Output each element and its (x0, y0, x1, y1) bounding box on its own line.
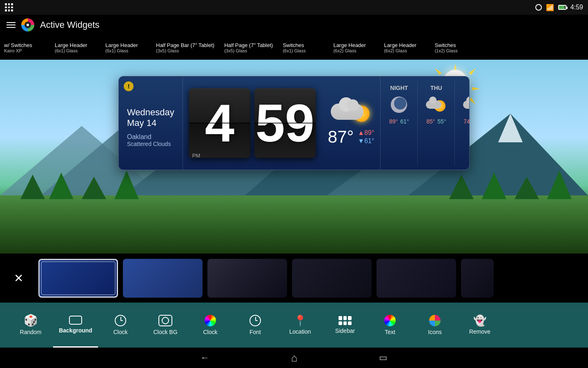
toolbar-background[interactable]: Background (53, 303, 98, 348)
toolbar-random[interactable]: 🎲 Random (8, 303, 53, 348)
status-left (5, 3, 13, 11)
widget-item[interactable]: Half Page Bar (7" Tablet) (3x5) Glass (156, 42, 214, 53)
flip-minute-number: 59 (255, 96, 314, 150)
widget-item[interactable]: Large Header (6x2) Glass (333, 42, 374, 53)
app-logo (21, 18, 34, 31)
nav-bar: ← ⌂ ▭ (0, 348, 588, 368)
skin-thumb-5[interactable] (376, 259, 456, 298)
forecast-fri-icon (463, 94, 470, 115)
widget-item[interactable]: Half Page (7" Tablet) (3x5) Glass (224, 42, 273, 53)
svg-marker-15 (449, 175, 474, 199)
toolbar-remove-label: Remove (469, 328, 490, 335)
widget-item[interactable]: Large Header (6x1) Glass (55, 42, 96, 53)
toolbar-clockbg-label: Clock BG (153, 329, 177, 335)
forecast-night-icon (389, 94, 409, 115)
flip-minute: 59 (254, 88, 316, 158)
current-temp: 87° (328, 127, 354, 147)
skin-thumb-selected[interactable] (38, 259, 118, 298)
svg-marker-13 (82, 177, 106, 199)
toolbar-remove[interactable]: 👻 Remove (457, 303, 502, 348)
toolbar-clock-bg[interactable]: Clock BG (143, 303, 188, 348)
skin-thumb-3[interactable] (207, 259, 287, 298)
clock-icon (115, 315, 126, 326)
app-header: Active Widgets (0, 15, 588, 35)
icons-icon (429, 315, 441, 326)
skin-thumb-2[interactable] (123, 259, 203, 298)
toolbar-random-label: Random (20, 329, 42, 335)
status-time: 4:59 (570, 4, 583, 11)
forecast-thu: THU 85° 55° (418, 81, 455, 166)
flip-clock: 4 PM 59 (183, 76, 322, 170)
status-bar: 📶 4:59 (0, 0, 588, 15)
recents-button[interactable]: ▭ (379, 352, 388, 363)
sidebar-icon (339, 316, 352, 325)
widget-item[interactable]: Switches (6x1) Glass (283, 42, 323, 53)
flip-hour-number: 4 (205, 96, 234, 150)
temp-high: ▲89° (358, 129, 374, 137)
main-content: ! Wednesday May 14 Oakland Scattered Clo… (0, 60, 588, 254)
forecast-night: NIGHT 89° 61° (381, 81, 418, 166)
svg-marker-17 (514, 177, 539, 199)
toolbar-clock-label: Clock (113, 329, 127, 335)
svg-marker-14 (114, 171, 139, 199)
toolbar-font-label: Font (249, 329, 261, 335)
widget-carousel[interactable]: w/ Switches Kairo XP Large Header (6x1) … (0, 35, 588, 60)
status-clock-icon (535, 4, 542, 11)
hamburger-icon[interactable] (7, 22, 16, 28)
weather-widget: ! Wednesday May 14 Oakland Scattered Clo… (118, 76, 470, 170)
grid-icon (5, 3, 13, 11)
battery-icon (558, 5, 566, 10)
forecast-thu-icon (426, 94, 446, 115)
toolbar-font[interactable]: Font (233, 303, 278, 348)
back-button[interactable]: ← (200, 352, 209, 363)
toolbar-location[interactable]: 📍 Location (278, 303, 323, 348)
background-icon (69, 316, 82, 325)
location-icon: 📍 (294, 315, 307, 326)
skin-row: ✕ (0, 254, 588, 303)
toolbar-location-label: Location (290, 328, 311, 335)
wifi-icon: 📶 (546, 4, 554, 11)
toolbar-icons-label: Icons (428, 329, 441, 335)
app-title: Active Widgets (40, 20, 100, 30)
toolbar-clock2[interactable]: Clock (188, 303, 233, 348)
toolbar-sidebar[interactable]: Sidebar (323, 303, 368, 348)
weather-city: Oakland (127, 133, 174, 141)
widget-item[interactable]: w/ Switches Kairo XP (4, 42, 45, 53)
skin-thumb-6[interactable] (461, 259, 494, 298)
toolbar-background-label: Background (59, 327, 92, 334)
current-weather: 87° ▲89° ▼61° (322, 76, 381, 170)
widget-item[interactable]: Large Header (6x2) Glass (384, 42, 425, 53)
forecast-area: NIGHT 89° 61° THU 8 (380, 76, 470, 170)
toolbar-text-label: Text (385, 329, 395, 335)
ghost-icon: 👻 (473, 315, 486, 326)
forecast-fri: FRI 74° 54° (455, 81, 470, 166)
skin-thumb-4[interactable] (292, 259, 372, 298)
dice-icon: 🎲 (24, 315, 38, 326)
widget-item[interactable]: Switches (1x2) Glass (434, 42, 475, 53)
toolbar-text[interactable]: Text (368, 303, 412, 348)
toolbar-clock2-label: Clock (203, 329, 217, 335)
font-clock-icon (249, 315, 261, 326)
clock-bg-icon (158, 315, 172, 326)
widget-item[interactable]: Large Header (6x1) Glass (105, 42, 146, 53)
svg-marker-16 (482, 173, 506, 199)
weather-condition: Scattered Clouds (127, 141, 174, 147)
bottom-palette: 🎲 Random Background Clock Clock BG Clock… (0, 303, 588, 348)
flip-hour: 4 PM (189, 88, 250, 158)
flip-period: PM (192, 153, 200, 159)
weather-date: May 14 (127, 118, 174, 128)
toolbar-clock[interactable]: Clock (98, 303, 143, 348)
toolbar-icons[interactable]: Icons (412, 303, 457, 348)
color-wheel-icon (205, 315, 216, 326)
text-color-icon (384, 315, 396, 326)
svg-marker-12 (49, 173, 74, 199)
temp-range: ▲89° ▼61° (358, 129, 374, 145)
home-button[interactable]: ⌂ (291, 352, 298, 364)
weather-alert-icon: ! (124, 81, 134, 91)
current-weather-icon (331, 99, 372, 124)
svg-marker-11 (20, 175, 45, 199)
temp-low: ▼61° (358, 137, 374, 145)
close-button[interactable]: ✕ (8, 268, 29, 288)
status-right: 📶 4:59 (535, 4, 583, 11)
toolbar-sidebar-label: Sidebar (335, 328, 355, 334)
